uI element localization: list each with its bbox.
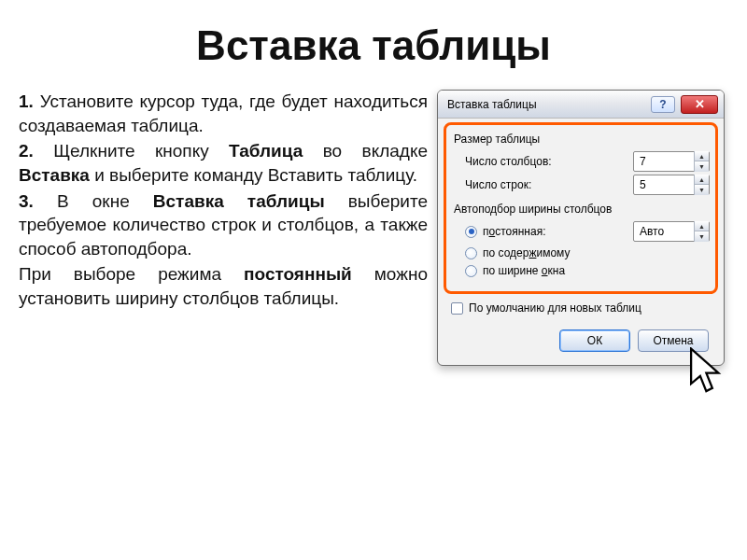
default-check-row[interactable]: По умолчанию для новых таблиц [451, 301, 712, 315]
dialog-column: Вставка таблицы ? ✕ Размер таблицы Число… [437, 90, 728, 366]
rows-value: 5 [634, 178, 694, 191]
dialog-buttons: ОК Отмена [444, 320, 718, 363]
step2-b: во вкладке [303, 141, 428, 161]
radio-window-label: по ширине окна [483, 264, 565, 277]
radio-fixed-row[interactable]: постоянная: Авто ▲ ▼ [465, 221, 710, 242]
step2-insert-tab: Вставка [19, 165, 90, 185]
step3-window: Вставка таблицы [153, 191, 325, 211]
columns-label: Число столбцов: [465, 155, 629, 168]
content: 1. Установите курсор туда, где будет нах… [0, 90, 747, 366]
default-checkbox[interactable] [451, 302, 463, 315]
close-icon: ✕ [695, 97, 705, 111]
autofit-group-label: Автоподбор ширины столбцов [454, 203, 710, 216]
dialog-title: Вставка таблицы [447, 98, 645, 111]
step2-c: и выберите команду Вставить таблицу. [90, 165, 417, 185]
radio-content[interactable] [465, 247, 477, 259]
columns-value: 7 [634, 155, 694, 168]
radio-content-label: по содержимому [483, 246, 570, 259]
step2-num: 2. [19, 141, 34, 161]
step1-text: Установите курсор туда, где будет находи… [19, 91, 428, 135]
radio-fixed[interactable] [465, 226, 477, 238]
radio-content-row[interactable]: по содержимому [465, 246, 710, 259]
step4-a: При выборе режима [19, 264, 244, 284]
close-button[interactable]: ✕ [681, 95, 718, 114]
page-title: Вставка таблицы [0, 22, 747, 69]
columns-spin-up-icon[interactable]: ▲ [694, 151, 709, 161]
fixed-width-value: Авто [634, 225, 694, 238]
radio-window-row[interactable]: по ширине окна [465, 264, 710, 277]
titlebar[interactable]: Вставка таблицы ? ✕ [438, 91, 724, 119]
rows-spin-down-icon[interactable]: ▼ [694, 185, 709, 195]
below-box: По умолчанию для новых таблиц [444, 294, 718, 320]
rows-label: Число строк: [465, 178, 629, 191]
radio-window[interactable] [465, 265, 477, 277]
columns-row: Число столбцов: 7 ▲ ▼ [465, 151, 710, 172]
step3-num: 3. [19, 191, 34, 211]
fixed-width-spinbox[interactable]: Авто ▲ ▼ [633, 221, 710, 242]
rows-row: Число строк: 5 ▲ ▼ [465, 175, 710, 195]
fixed-spin-down-icon[interactable]: ▼ [694, 231, 709, 242]
columns-spinbox[interactable]: 7 ▲ ▼ [633, 151, 710, 172]
help-button[interactable]: ? [651, 96, 675, 113]
highlight-box: Размер таблицы Число столбцов: 7 ▲ ▼ Чис… [444, 122, 718, 294]
rows-spin-up-icon[interactable]: ▲ [694, 175, 709, 185]
rows-spinbox[interactable]: 5 ▲ ▼ [633, 175, 710, 195]
size-group-label: Размер таблицы [454, 133, 710, 146]
instructions-text: 1. Установите курсор туда, где будет нах… [19, 90, 428, 366]
step2-table: Таблица [229, 141, 303, 161]
step3-a: В окне [34, 191, 153, 211]
dialog-body: Размер таблицы Число столбцов: 7 ▲ ▼ Чис… [438, 119, 724, 365]
fixed-spin-up-icon[interactable]: ▲ [694, 221, 709, 231]
step1-num: 1. [19, 91, 34, 111]
insert-table-dialog: Вставка таблицы ? ✕ Размер таблицы Число… [437, 90, 725, 366]
step2-a: Щелкните кнопку [34, 141, 229, 161]
default-check-label: По умолчанию для новых таблиц [469, 301, 641, 315]
columns-spin-down-icon[interactable]: ▼ [694, 161, 709, 172]
radio-fixed-label: постоянная: [483, 225, 545, 238]
cancel-button[interactable]: Отмена [638, 329, 709, 352]
ok-button[interactable]: ОК [559, 329, 630, 352]
step4-mode: постоянный [244, 264, 352, 284]
